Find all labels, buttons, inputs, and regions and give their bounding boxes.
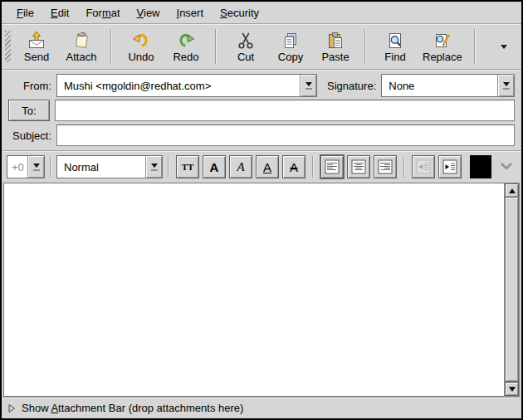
menu-view[interactable]: View <box>129 3 169 22</box>
attach-label: Attach <box>66 51 97 63</box>
from-row: From: Mushi <mgoldin@redhat.com> Signatu… <box>8 74 515 97</box>
paragraph-style-value: Normal <box>57 156 145 178</box>
paragraph-style-select[interactable]: Normal <box>56 155 163 178</box>
subject-label: Subject: <box>8 129 51 142</box>
format-overflow-button[interactable] <box>500 159 513 174</box>
toolbar-items: Send Attach Undo Redo Cut Copy Paste Fin… <box>14 27 467 66</box>
toolbar-grip[interactable] <box>5 31 11 62</box>
to-button[interactable]: To: <box>8 100 50 121</box>
combo-arrow-icon[interactable] <box>145 156 162 178</box>
align-right-button[interactable] <box>374 155 397 178</box>
underline-button[interactable]: A <box>256 155 279 178</box>
signature-select[interactable]: None <box>381 74 515 97</box>
attachment-bar-toggle[interactable]: Show Attachment Bar (drop attachments he… <box>2 397 521 418</box>
attach-icon <box>71 31 91 51</box>
paste-label: Paste <box>321 51 349 63</box>
combo-arrow-icon[interactable] <box>300 75 316 96</box>
scroll-down-button[interactable] <box>505 382 519 396</box>
menu-format[interactable]: Format <box>77 3 128 22</box>
from-select[interactable]: Mushi <mgoldin@redhat.com> <box>56 74 317 97</box>
cut-label: Cut <box>237 51 254 63</box>
subject-row: Subject: <box>8 124 515 147</box>
from-label: From: <box>8 80 51 92</box>
font-color-swatch[interactable] <box>470 155 491 178</box>
typewriter-button[interactable]: TT <box>176 155 199 178</box>
bold-button[interactable]: A <box>203 155 226 178</box>
combo-arrow-icon[interactable] <box>27 156 44 178</box>
menu-insert[interactable]: Insert <box>169 3 213 22</box>
menu-edit[interactable]: Edit <box>42 3 77 22</box>
subject-input[interactable] <box>56 125 515 146</box>
italic-button[interactable]: A <box>229 155 252 178</box>
replace-button[interactable]: Replace <box>418 27 467 66</box>
toolbar-separator <box>474 29 476 64</box>
expander-triangle-icon <box>7 403 16 413</box>
replace-label: Replace <box>423 51 462 63</box>
align-left-icon <box>325 159 340 174</box>
unindent-icon <box>416 159 431 174</box>
copy-icon <box>281 31 301 51</box>
format-separator <box>403 156 405 178</box>
send-icon <box>27 31 46 51</box>
strikethrough-button[interactable]: A <box>282 155 305 178</box>
attachment-bar-label: Show Attachment Bar (drop attachments he… <box>22 402 243 414</box>
chevron-down-icon <box>501 45 507 49</box>
scrollbar-thumb[interactable] <box>505 198 519 382</box>
to-row: To: <box>8 99 515 122</box>
attach-button[interactable]: Attach <box>59 27 104 66</box>
copy-label: Copy <box>278 51 303 63</box>
signature-value: None <box>382 75 497 96</box>
find-button[interactable]: Find <box>373 27 418 66</box>
menu-file[interactable]: File <box>8 3 42 22</box>
composer-window: FileEditFormatViewInsertSecurity Send At… <box>0 0 523 420</box>
chevron-down-icon <box>500 161 513 171</box>
font-size-select[interactable]: +0 <box>7 155 45 178</box>
main-toolbar: Send Attach Undo Redo Cut Copy Paste Fin… <box>2 24 521 70</box>
send-button[interactable]: Send <box>14 27 59 66</box>
toolbar-overflow-button[interactable] <box>496 39 511 54</box>
format-separator <box>50 156 51 178</box>
scrollbar-down-icon <box>509 387 516 392</box>
redo-button[interactable]: Redo <box>164 27 208 66</box>
to-input[interactable] <box>55 100 515 121</box>
underline-icon: A <box>263 161 271 173</box>
message-body[interactable] <box>3 183 504 397</box>
paste-button[interactable]: Paste <box>313 27 358 66</box>
redo-label: Redo <box>173 51 198 63</box>
indent-button[interactable] <box>438 155 462 178</box>
bold-icon: A <box>210 161 219 173</box>
signature-label: Signature: <box>327 80 376 92</box>
format-separator <box>168 156 169 178</box>
align-left-button[interactable] <box>320 155 344 178</box>
cut-icon <box>236 31 256 51</box>
copy-button[interactable]: Copy <box>268 27 313 66</box>
redo-icon <box>176 31 196 51</box>
toolbar-separator <box>364 29 366 64</box>
find-icon <box>385 31 405 51</box>
vertical-scrollbar[interactable] <box>504 183 520 397</box>
find-label: Find <box>384 51 405 63</box>
undo-button[interactable]: Undo <box>119 27 164 66</box>
replace-icon <box>433 31 452 51</box>
from-value: Mushi <mgoldin@redhat.com> <box>57 75 300 96</box>
cut-button[interactable]: Cut <box>223 27 268 66</box>
align-center-button[interactable] <box>347 155 370 178</box>
undo-icon <box>131 31 151 51</box>
menu-security[interactable]: Security <box>212 3 267 22</box>
undo-label: Undo <box>128 51 154 63</box>
paste-icon <box>325 31 345 51</box>
unindent-button <box>412 155 435 178</box>
format-separator <box>312 156 314 178</box>
scrollbar-up-icon <box>509 188 516 193</box>
typewriter-icon: TT <box>182 163 194 172</box>
menu-bar: FileEditFormatViewInsertSecurity <box>2 2 521 24</box>
send-label: Send <box>24 51 49 63</box>
format-toolbar: +0 Normal TT A A A A <box>2 150 521 183</box>
combo-arrow-icon[interactable] <box>497 75 514 96</box>
indent-icon <box>442 159 457 174</box>
message-body-area <box>3 183 520 397</box>
scroll-up-button[interactable] <box>505 183 519 198</box>
align-center-icon <box>351 159 366 174</box>
align-right-icon <box>378 159 393 174</box>
font-size-value: +0 <box>7 156 27 178</box>
